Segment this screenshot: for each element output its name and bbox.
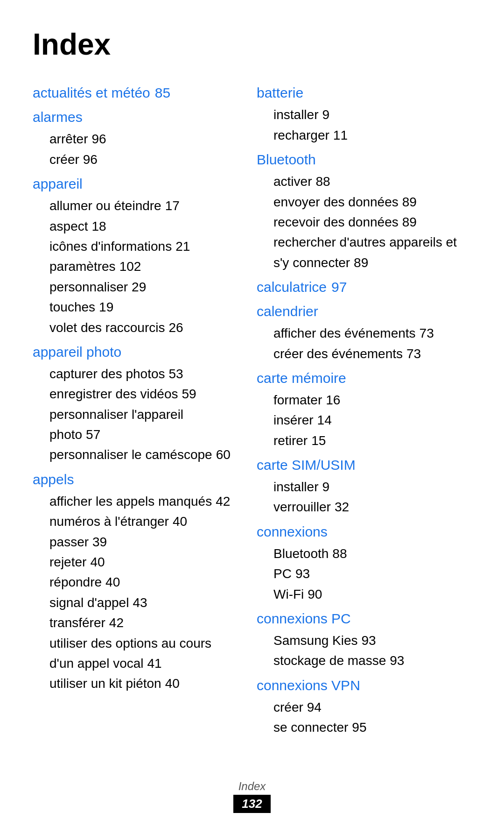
entry-page: 88 [332,546,347,561]
entry-page: 95 [352,720,366,735]
right-column: batterieinstaller9recharger11Bluetoothac… [252,83,471,742]
index-entry: installer9 [257,477,471,497]
index-entry: transférer42 [33,613,238,633]
entry-page: 11 [333,128,348,142]
heading-page: 85 [155,85,170,100]
index-entry: afficher des événements73 [257,323,471,343]
entry-page: 29 [132,280,146,294]
index-section: calculatrice97 [257,277,471,297]
index-entry: utiliser des options au cours d'un appel… [33,633,238,674]
index-entry: formater16 [257,390,471,410]
index-entry: Samsung Kies93 [257,630,471,650]
index-entry: se connecter95 [257,717,471,737]
index-entry: icônes d'informations21 [33,236,238,256]
entry-page: 15 [311,433,326,448]
index-heading: carte SIM/USIM [257,455,471,475]
entry-page: 41 [147,656,162,671]
index-entry: enregistrer des vidéos59 [33,384,238,404]
entry-page: 21 [175,239,190,254]
index-section: appareil photocapturer des photos53enreg… [33,342,238,465]
index-section: batterieinstaller9recharger11 [257,83,471,145]
entry-page: 14 [317,413,332,427]
index-section: appelsafficher les appels manqués42numér… [33,470,238,694]
index-heading: alarmes [33,107,238,127]
entry-page: 42 [109,615,124,630]
entry-page: 60 [216,447,231,462]
index-entry: capturer des photos53 [33,364,238,384]
entry-page: 16 [326,393,340,407]
index-section: appareilallumer ou éteindre17aspect18icô… [33,174,238,338]
index-entry: signal d'appel43 [33,593,238,613]
entry-page: 59 [182,387,196,401]
index-entry: Bluetooth88 [257,544,471,564]
index-entry: créer96 [33,149,238,170]
heading-page: 97 [331,279,347,295]
index-entry: verrouiller32 [257,497,471,517]
index-entry: créer des événements73 [257,344,471,364]
page-title: Index [33,28,471,61]
entry-page: 53 [169,367,183,381]
entry-page: 94 [307,700,322,714]
index-entry: personnaliser l'appareil photo57 [33,404,238,445]
index-entry: aspect18 [33,216,238,236]
index-section: Bluetoothactiver88envoyer des données89r… [257,150,471,273]
index-entry: touches19 [33,297,238,317]
index-heading: connexions VPN [257,676,471,695]
entry-page: 17 [165,198,180,213]
entry-page: 42 [216,494,230,509]
index-entry: paramètres102 [33,256,238,276]
entry-page: 40 [105,575,120,589]
entry-page: 9 [322,107,329,122]
index-entry: PC93 [257,564,471,584]
index-entry: activer88 [257,171,471,191]
entry-page: 26 [168,320,183,335]
index-heading: appels [33,470,238,489]
index-heading: carte mémoire [257,368,471,388]
index-entry: Wi-Fi90 [257,584,471,604]
index-heading: connexions PC [257,609,471,629]
entry-page: 93 [390,653,404,668]
index-section: carte SIM/USIMinstaller9verrouiller32 [257,455,471,517]
index-heading: appareil photo [33,342,238,362]
entry-page: 40 [173,514,187,529]
index-entry: retirer15 [257,431,471,451]
entry-page: 18 [92,219,106,233]
index-entry: utiliser un kit piéton40 [33,673,238,693]
entry-page: 96 [83,152,98,167]
footer-page-number: 132 [233,795,270,813]
index-section: alarmesarrêter96créer96 [33,107,238,170]
entry-page: 32 [335,500,349,514]
index-entry: passer39 [33,532,238,552]
entry-page: 43 [133,595,147,610]
entry-page: 89 [402,195,417,209]
entry-page: 9 [322,480,329,494]
entry-page: 73 [406,346,421,361]
entry-page: 93 [362,633,376,648]
entry-page: 93 [295,566,310,581]
index-entry: stockage de masse93 [257,650,471,671]
footer-label: Index [33,780,471,793]
index-entry: rechercher d'autres appareils et s'y con… [257,232,471,273]
index-entry: envoyer des données89 [257,192,471,212]
index-columns: actualités et météo85alarmesarrêter96cré… [33,83,471,742]
index-entry: allumer ou éteindre17 [33,196,238,216]
left-column: actualités et météo85alarmesarrêter96cré… [33,83,252,698]
index-entry: insérer14 [257,410,471,430]
entry-page: 40 [90,555,105,569]
index-heading: Bluetooth [257,150,471,170]
index-section: connexions PCSamsung Kies93stockage de m… [257,609,471,671]
entry-page: 40 [165,676,180,691]
entry-page: 90 [308,587,322,601]
index-entry: personnaliser le caméscope60 [33,445,238,465]
index-section: carte mémoireformater16insérer14retirer1… [257,368,471,451]
index-entry: personnaliser29 [33,277,238,297]
index-heading: calculatrice97 [257,277,471,297]
entry-page: 19 [99,300,113,314]
index-entry: créer94 [257,697,471,717]
index-heading: batterie [257,83,471,103]
index-section: actualités et météo85 [33,83,238,103]
entry-page: 89 [402,215,417,229]
index-heading: actualités et météo85 [33,83,238,103]
entry-page: 96 [91,132,106,146]
index-entry: afficher les appels manqués42 [33,491,238,511]
